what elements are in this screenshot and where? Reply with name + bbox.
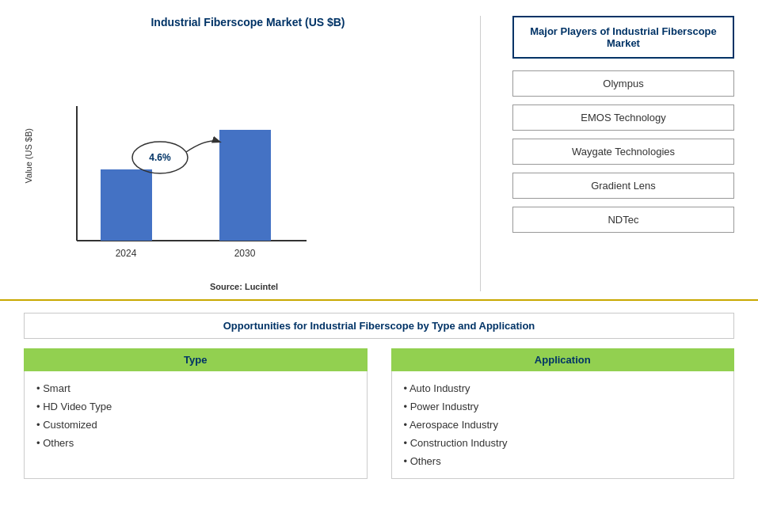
- application-column: Application • Auto Industry • Power Indu…: [391, 348, 735, 479]
- y-axis-label: Value (US $B): [24, 128, 33, 184]
- player-gradient: Gradient Lens: [512, 173, 734, 199]
- type-item-2: • Customized: [36, 416, 355, 434]
- source-text: Source: Lucintel: [210, 282, 286, 291]
- app-item-4: • Others: [404, 452, 722, 470]
- player-emos: EMOS Technology: [512, 104, 734, 131]
- svg-text:2030: 2030: [234, 248, 256, 259]
- application-column-body: • Auto Industry • Power Industry • Aeros…: [391, 371, 735, 479]
- player-ndtec: NDTec: [512, 207, 734, 233]
- app-item-0: • Auto Industry: [404, 379, 722, 397]
- columns-container: Type • Smart • HD Video Type • Customize…: [24, 348, 734, 479]
- type-item-0: • Smart: [36, 379, 355, 397]
- chart-area: Value (US $B) 2024 2030: [24, 36, 472, 276]
- application-column-header: Application: [391, 348, 735, 371]
- app-item-1: • Power Industry: [404, 397, 722, 416]
- app-item-2: • Aerospace Industry: [404, 416, 722, 434]
- svg-text:4.6%: 4.6%: [149, 152, 171, 163]
- players-section: Major Players of Industrial Fiberscope M…: [497, 16, 734, 291]
- player-olympus: Olympus: [512, 70, 734, 97]
- player-waygate: Waygate Technologies: [512, 139, 734, 165]
- bottom-section: Opportunities for Industrial Fiberscope …: [0, 301, 758, 495]
- type-column-body: • Smart • HD Video Type • Customized • O…: [24, 371, 368, 479]
- type-column: Type • Smart • HD Video Type • Customize…: [24, 348, 368, 479]
- type-column-header: Type: [24, 348, 368, 371]
- main-container: Industrial Fiberscope Market (US $B) Val…: [0, 0, 758, 532]
- players-title: Major Players of Industrial Fiberscope M…: [512, 16, 734, 59]
- opportunities-title: Opportunities for Industrial Fiberscope …: [24, 313, 734, 339]
- svg-rect-3: [219, 130, 271, 241]
- chart-wrapper: 2024 2030 4.6%: [37, 98, 472, 276]
- type-item-1: • HD Video Type: [36, 397, 355, 416]
- type-item-3: • Others: [36, 434, 355, 452]
- chart-section: Industrial Fiberscope Market (US $B) Val…: [24, 16, 481, 291]
- top-section: Industrial Fiberscope Market (US $B) Val…: [0, 0, 758, 301]
- chart-title: Industrial Fiberscope Market (US $B): [150, 16, 345, 28]
- svg-rect-2: [101, 169, 152, 241]
- app-item-3: • Construction Industry: [404, 434, 722, 452]
- svg-text:2024: 2024: [116, 248, 137, 259]
